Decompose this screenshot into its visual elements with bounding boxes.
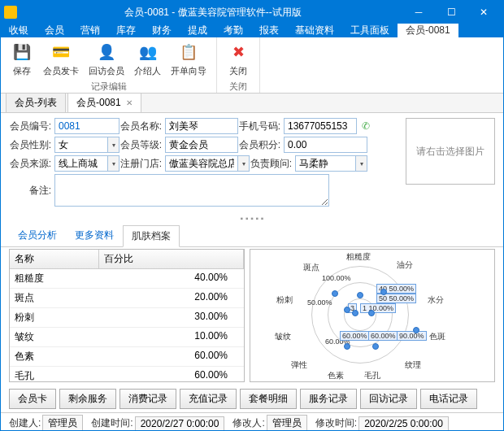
table-row[interactable]: 粉刺30.00%: [10, 308, 244, 328]
tick-label: 50.00%: [307, 298, 332, 307]
action-button[interactable]: 会员卡: [9, 389, 56, 409]
label-gender: 会员性别:: [9, 138, 54, 152]
phone-icon[interactable]: ✆: [358, 118, 373, 134]
menu-item[interactable]: 报表: [251, 24, 287, 37]
sub-tab[interactable]: 更多资料: [66, 224, 123, 246]
axis-label: 斑点: [303, 262, 319, 273]
select-gender[interactable]: [54, 137, 108, 153]
sub-tab[interactable]: 会员分析: [9, 224, 66, 246]
ribbon-button[interactable]: 💾保存: [6, 39, 38, 79]
menu-item[interactable]: 会员: [37, 24, 72, 37]
axis-label: 弹性: [291, 359, 307, 371]
document-tab[interactable]: 会员-0081✕: [67, 93, 141, 112]
tick-label: 100.00%: [322, 274, 351, 282]
ribbon-icon: 👤: [95, 41, 118, 63]
input-member-id[interactable]: [54, 118, 119, 134]
ribbon-button[interactable]: 💳会员发卡: [38, 39, 84, 79]
grid-header-pct[interactable]: 百分比: [99, 250, 244, 268]
cell-pct: 60.00%: [99, 347, 244, 366]
dropdown-icon[interactable]: ▾: [108, 137, 119, 153]
dropdown-icon[interactable]: ▾: [108, 155, 119, 172]
skin-grid[interactable]: 名称 百分比 粗糙度40.00%斑点20.00%粉刺30.00%皱纹10.00%…: [9, 249, 245, 382]
action-button[interactable]: 服务记录: [300, 389, 357, 409]
label-source: 会员来源:: [9, 157, 54, 171]
ribbon-label: 会员发卡: [43, 65, 79, 77]
select-store[interactable]: [165, 155, 238, 172]
input-level[interactable]: [165, 137, 238, 153]
table-row[interactable]: 皱纹10.00%: [10, 328, 244, 347]
action-button[interactable]: 电话记录: [420, 389, 477, 409]
ribbon-group-label: 记录编辑: [91, 81, 127, 93]
action-buttons: 会员卡剩余服务消费记录充值记录套餐明细服务记录回访记录电话记录: [1, 385, 503, 412]
cell-name: 粗糙度: [10, 269, 99, 288]
chart-tooltip: 1 10.00%: [360, 303, 396, 313]
label-creator: 创建人:: [9, 416, 41, 430]
action-button[interactable]: 套餐明细: [240, 389, 297, 409]
label-points: 会员积分:: [238, 138, 284, 152]
menubar: 收银会员营销库存财务提成考勤报表基础资料工具面板会员-0081: [1, 24, 503, 37]
axis-label: 毛孔: [364, 370, 380, 381]
ribbon-icon: ✖: [227, 41, 250, 63]
table-row[interactable]: 毛孔60.00%: [10, 367, 244, 382]
sub-tabs: 会员分析更多资料肌肤档案: [1, 224, 503, 247]
dropdown-icon[interactable]: ▾: [356, 155, 367, 172]
chart-tooltip: 60.00%: [368, 331, 398, 341]
input-points[interactable]: [284, 137, 367, 153]
table-row[interactable]: 色素60.00%: [10, 347, 244, 367]
close-icon[interactable]: ✕: [126, 98, 133, 107]
menu-item[interactable]: 基础资料: [287, 24, 342, 37]
action-button[interactable]: 回访记录: [360, 389, 417, 409]
menu-item[interactable]: 考勤: [215, 24, 251, 37]
menu-item[interactable]: 营销: [72, 24, 108, 37]
ribbon-button[interactable]: 👤回访会员: [84, 39, 129, 79]
cell-pct: 20.00%: [99, 289, 244, 307]
member-image-placeholder[interactable]: 请右击选择图片: [406, 118, 495, 185]
skin-archive-content: 名称 百分比 粗糙度40.00%斑点20.00%粉刺30.00%皱纹10.00%…: [1, 247, 503, 385]
table-row[interactable]: 粗糙度40.00%: [10, 269, 244, 289]
tab-label: 会员-列表: [15, 96, 57, 110]
menu-item[interactable]: 提成: [180, 24, 215, 37]
cell-name: 粉刺: [10, 308, 99, 327]
label-remarks: 备注:: [9, 184, 54, 198]
chart-tooltip: 90.00%: [397, 331, 427, 341]
menu-item[interactable]: 工具面板: [342, 24, 398, 37]
value-creator: 管理员: [42, 415, 83, 431]
maximize-button[interactable]: ☐: [435, 1, 467, 24]
select-consultant[interactable]: [295, 155, 356, 172]
dropdown-icon[interactable]: ▾: [238, 155, 250, 172]
table-row[interactable]: 斑点20.00%: [10, 289, 244, 308]
cell-pct: 10.00%: [99, 328, 244, 346]
ribbon-button[interactable]: 👥介绍人: [129, 39, 166, 79]
select-source[interactable]: [54, 155, 108, 172]
record-meta: 创建人: 管理员 创建时间: 2020/2/27 0:00:00 修改人: 管理…: [1, 412, 503, 431]
menu-item[interactable]: 库存: [108, 24, 144, 37]
input-member-name[interactable]: [165, 118, 238, 134]
ribbon-group-close: ✖关闭 关闭: [217, 37, 260, 93]
label-level: 会员等级:: [119, 138, 165, 152]
cell-pct: 60.00%: [99, 367, 244, 382]
action-button[interactable]: 消费记录: [119, 389, 176, 409]
menu-item[interactable]: 财务: [144, 24, 180, 37]
label-consultant: 负责顾问:: [250, 157, 295, 171]
textarea-remarks[interactable]: [54, 174, 329, 207]
cell-pct: 30.00%: [99, 308, 244, 327]
cell-name: 色素: [10, 347, 99, 366]
ribbon-button[interactable]: ✖关闭: [222, 39, 254, 79]
sub-tab[interactable]: 肌肤档案: [123, 225, 180, 247]
axis-label: 油分: [397, 259, 413, 271]
splitter-handle[interactable]: ▪ ▪ ▪ ▪ ▪: [1, 212, 503, 224]
ribbon-label: 保存: [13, 65, 31, 77]
menu-item[interactable]: 收银: [1, 24, 37, 37]
ribbon-icon: 👥: [137, 41, 159, 63]
action-button[interactable]: 充值记录: [180, 389, 237, 409]
ribbon-button[interactable]: 📋开单向导: [166, 39, 211, 79]
value-mtime: 2020/2/25 0:00:00: [358, 416, 449, 431]
minimize-button[interactable]: ─: [402, 1, 435, 24]
document-tab[interactable]: 会员-列表: [6, 93, 66, 112]
close-button[interactable]: ✕: [467, 1, 500, 24]
input-phone[interactable]: [284, 118, 357, 134]
menu-item[interactable]: 会员-0081: [398, 24, 458, 37]
tab-label: 会员-0081: [76, 96, 121, 110]
grid-header-name[interactable]: 名称: [10, 250, 99, 268]
action-button[interactable]: 剩余服务: [59, 389, 116, 409]
